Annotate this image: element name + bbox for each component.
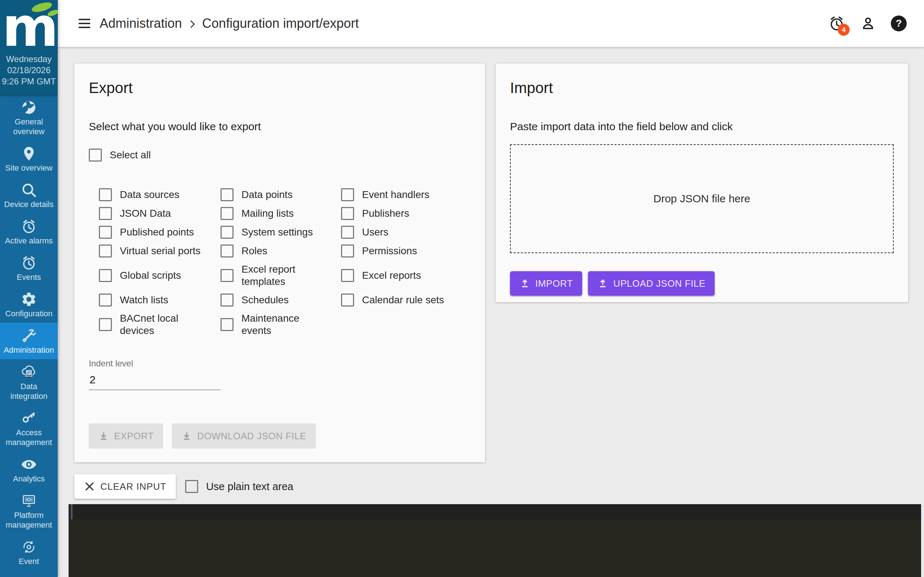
- import-button[interactable]: IMPORT: [510, 271, 582, 296]
- upload-icon: [519, 278, 530, 289]
- option-checkbox-data-points[interactable]: Data points: [221, 188, 341, 201]
- datetime-weekday: Wednesday: [0, 53, 58, 64]
- import-title: Import: [510, 79, 894, 97]
- option-checkbox-mailing-lists[interactable]: Mailing lists: [221, 207, 341, 220]
- import-card: Import Paste import data into the field …: [496, 63, 908, 302]
- sidebar-item-administration[interactable]: Administration: [0, 323, 58, 359]
- option-checkbox-system-settings[interactable]: System settings: [221, 226, 341, 239]
- checkbox-label: Publishers: [362, 207, 409, 220]
- checkbox-label: Event handlers: [362, 189, 430, 201]
- breadcrumb-section[interactable]: Administration: [100, 16, 182, 31]
- help-button[interactable]: ?: [890, 15, 908, 32]
- active-alarms-button[interactable]: 4: [827, 14, 846, 33]
- import-button-label: IMPORT: [535, 278, 573, 289]
- checkbox-label: System settings: [241, 226, 313, 239]
- sidebar-nav: General overviewSite overviewDevice deta…: [0, 95, 58, 571]
- sidebar-item-access-management[interactable]: Access management: [0, 405, 58, 451]
- search-icon: [21, 182, 37, 198]
- checkbox-label: Data sources: [120, 189, 179, 201]
- checkbox-box: [221, 245, 234, 258]
- export-button[interactable]: EXPORT: [89, 423, 163, 449]
- json-code-editor[interactable]: [69, 504, 921, 577]
- indent-level-input[interactable]: [89, 371, 221, 390]
- sidebar-item-data-integration[interactable]: Data integration: [0, 359, 58, 405]
- checkbox-box: [221, 293, 234, 306]
- option-checkbox-calendar-rule-sets[interactable]: Calendar rule sets: [341, 293, 471, 306]
- checkbox-box: [221, 318, 234, 331]
- sidebar-item-general-overview[interactable]: General overview: [0, 95, 58, 141]
- checkbox-label: Published points: [120, 226, 194, 239]
- option-checkbox-bacnet-local-devices[interactable]: BACnet local devices: [99, 312, 221, 337]
- checkbox-box: [221, 226, 234, 239]
- option-checkbox-roles[interactable]: Roles: [221, 245, 341, 258]
- option-checkbox-watch-lists[interactable]: Watch lists: [99, 293, 221, 306]
- checkbox-box: [341, 269, 354, 282]
- help-icon: ?: [891, 16, 907, 31]
- json-dropzone[interactable]: Drop JSON file here: [510, 144, 894, 253]
- checkbox-label: Maintenance events: [241, 312, 299, 337]
- checkbox-box: [221, 207, 234, 220]
- sidebar: m Wednesday 02/18/2026 9:26 PM GMT Gener…: [0, 0, 58, 577]
- option-checkbox-schedules[interactable]: Schedules: [221, 293, 341, 306]
- export-card: Export Select what you would like to exp…: [74, 63, 485, 462]
- upload-json-button[interactable]: UPLOAD JSON FILE: [588, 271, 715, 296]
- alarm-clock-icon: [21, 218, 37, 235]
- option-checkbox-json-data[interactable]: JSON Data: [99, 207, 221, 220]
- clear-input-button[interactable]: CLEAR INPUT: [74, 474, 176, 499]
- checkbox-label: Permissions: [362, 245, 417, 257]
- export-options-grid: Data sourcesData pointsEvent handlersJSO…: [99, 188, 471, 337]
- checkbox-label: Schedules: [241, 294, 289, 306]
- option-checkbox-data-sources[interactable]: Data sources: [99, 188, 221, 201]
- export-subtitle: Select what you would like to export: [89, 121, 471, 133]
- menu-toggle-button[interactable]: [76, 16, 92, 30]
- import-subtitle: Paste import data into the field below a…: [510, 121, 894, 133]
- close-icon: [84, 481, 95, 492]
- sidebar-item-configuration[interactable]: Configuration: [0, 286, 58, 323]
- checkbox-box: [99, 318, 112, 331]
- sidebar-item-platform-management[interactable]: Platform management: [0, 488, 58, 534]
- checkbox-label: Excel report templates: [241, 263, 295, 288]
- sidebar-item-site-overview[interactable]: Site overview: [0, 141, 58, 177]
- option-checkbox-publishers[interactable]: Publishers: [341, 207, 471, 220]
- option-checkbox-users[interactable]: Users: [341, 226, 471, 239]
- breadcrumb: Administration Configuration import/expo…: [100, 16, 359, 31]
- option-checkbox-event-handlers[interactable]: Event handlers: [341, 188, 471, 201]
- datetime-date: 02/18/2026: [0, 64, 58, 76]
- checkbox-box: [99, 269, 112, 282]
- content: Export Select what you would like to exp…: [58, 47, 924, 577]
- option-checkbox-excel-report-templates[interactable]: Excel report templates: [221, 263, 341, 288]
- option-checkbox-excel-reports[interactable]: Excel reports: [341, 269, 471, 282]
- breadcrumb-page: Configuration import/export: [202, 16, 359, 31]
- sidebar-item-label: Device details: [4, 200, 54, 209]
- select-all-checkbox[interactable]: Select all: [89, 148, 471, 161]
- checkbox-label: BACnet local devices: [120, 312, 178, 337]
- option-checkbox-permissions[interactable]: Permissions: [341, 245, 471, 258]
- gear-cycle-icon: [21, 539, 37, 555]
- checkbox-box: [99, 226, 112, 239]
- sidebar-item-label: Events: [16, 272, 41, 282]
- checkbox-label: Excel reports: [362, 269, 421, 282]
- sidebar-item-label: Configuration: [5, 309, 53, 318]
- sidebar-item-device-details[interactable]: Device details: [0, 177, 58, 213]
- option-checkbox-published-points[interactable]: Published points: [99, 226, 221, 239]
- sidebar-item-analytics[interactable]: Analytics: [0, 451, 58, 488]
- plain-text-area-checkbox[interactable]: Use plain text area: [185, 480, 294, 493]
- sidebar-item-event[interactable]: Event: [0, 534, 58, 571]
- main-area: Administration Configuration import/expo…: [58, 0, 924, 577]
- header-actions: 4 ?: [827, 14, 908, 33]
- option-checkbox-global-scripts[interactable]: Global scripts: [99, 269, 221, 282]
- download-json-button-label: DOWNLOAD JSON FILE: [197, 430, 307, 442]
- sidebar-item-active-alarms[interactable]: Active alarms: [0, 213, 58, 250]
- sidebar-item-label: General overview: [2, 117, 56, 136]
- download-json-button[interactable]: DOWNLOAD JSON FILE: [172, 423, 316, 449]
- option-checkbox-maintenance-events[interactable]: Maintenance events: [221, 312, 341, 337]
- option-checkbox-virtual-serial-ports[interactable]: Virtual serial ports: [99, 245, 221, 258]
- checkbox-label: Users: [362, 226, 388, 239]
- map-pin-icon: [21, 145, 37, 162]
- mango-logo[interactable]: m: [0, 0, 58, 53]
- sidebar-item-label: Data integration: [2, 382, 56, 401]
- sidebar-item-events[interactable]: Events: [0, 250, 58, 286]
- checkbox-label: Calendar rule sets: [362, 294, 444, 306]
- user-button[interactable]: [859, 15, 877, 32]
- checkbox-box: [221, 188, 234, 201]
